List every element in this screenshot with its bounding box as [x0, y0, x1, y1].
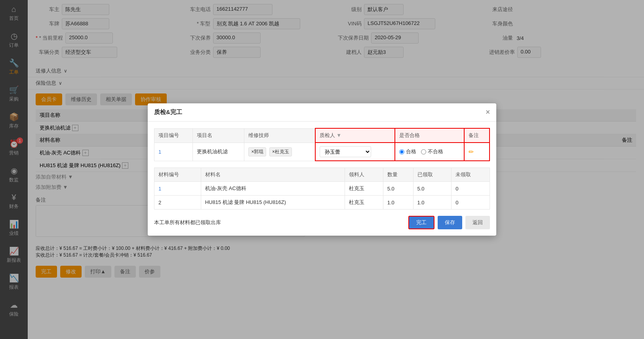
qualified-no-radio[interactable] [421, 149, 426, 154]
mat-receiver-2: 杜克玉 [345, 196, 383, 209]
col-remark: 备注 [464, 128, 490, 143]
modal-title: 质检&完工 [154, 109, 182, 116]
modal-back-button[interactable]: 返回 [465, 216, 490, 229]
project-quality-row: 1 更换机油机滤 × 郭琨 × 杜克玉 [154, 143, 490, 161]
mat-name-1: 机油-灰壳 AC德科 [201, 182, 345, 196]
tech-tag-2: × 杜克玉 [269, 147, 292, 156]
modal-overlay: 质检&完工 × 项目编号 项目名 维修技师 质检人 ▼ 是否合格 备注 [0, 0, 644, 339]
mat-unreceived-1: 0 [452, 182, 490, 196]
col-technician: 维修技师 [244, 128, 315, 143]
mat-col-receiver: 领料人 [345, 168, 383, 182]
project-row-technicians: × 郭琨 × 杜克玉 [244, 143, 315, 161]
modal: 质检&完工 × 项目编号 项目名 维修技师 质检人 ▼ 是否合格 备注 [148, 103, 496, 236]
project-no-link[interactable]: 1 [158, 149, 161, 155]
remark-edit-icon[interactable]: ✏ [469, 149, 474, 155]
col-project-name: 项目名 [192, 128, 244, 143]
modal-footer: 本工单所有材料都已领取出库 完工 保存 返回 [154, 216, 490, 229]
remark-cell: ✏ [464, 143, 490, 161]
qualified-no-label[interactable]: 不合格 [421, 148, 443, 155]
modal-footer-note-text: 本工单所有材料都已领取出库 [154, 219, 221, 226]
mat-no-2: 2 [154, 196, 201, 209]
mat-qty-2: 1.0 [383, 196, 413, 209]
project-row-name-cell: 更换机油机滤 [192, 143, 244, 161]
modal-save-button[interactable]: 保存 [438, 216, 462, 229]
mat-col-qty: 数量 [383, 168, 413, 182]
material-modal-row-1: 1 机油-灰壳 AC德科 杜克玉 5.0 5.0 0 [154, 182, 490, 196]
tech-x-2[interactable]: × [272, 149, 275, 154]
material-modal-table: 材料编号 材料名 领料人 数量 已领取 未领取 1 机油-灰壳 AC德科 杜克玉… [154, 168, 490, 209]
tech-x-1[interactable]: × [251, 149, 254, 154]
mat-col-no: 材料编号 [154, 168, 201, 182]
project-row-no: 1 [154, 143, 193, 161]
tech-tag-1: × 郭琨 [248, 147, 266, 156]
mat-col-unreceived: 未领取 [452, 168, 490, 182]
quality-table: 项目编号 项目名 维修技师 质检人 ▼ 是否合格 备注 1 更换机油机滤 [154, 128, 490, 161]
mat-receiver-1: 杜克玉 [345, 182, 383, 196]
modal-close-button[interactable]: × [486, 108, 490, 116]
col-qualified: 是否合格 [395, 128, 465, 143]
inspector-select[interactable]: 孙玉蕾 [320, 146, 371, 157]
modal-body: 项目编号 项目名 维修技师 质检人 ▼ 是否合格 备注 1 更换机油机滤 [148, 122, 496, 236]
mat-unreceived-2: 0 [452, 196, 490, 209]
mat-col-received: 已领取 [413, 168, 452, 182]
qualified-cell: 合格 不合格 [395, 143, 465, 161]
mat-name-2: HU815 机滤 曼牌 HU815 (HU816Z) [201, 196, 345, 209]
qualified-yes-radio[interactable] [399, 149, 404, 154]
mat-received-2: 1.0 [413, 196, 452, 209]
qualified-no-text: 不合格 [428, 148, 443, 155]
mat-qty-1: 5.0 [383, 182, 413, 196]
qualified-radio-group: 合格 不合格 [399, 148, 460, 155]
qualified-yes-label[interactable]: 合格 [399, 148, 416, 155]
modal-complete-button[interactable]: 完工 [408, 216, 434, 229]
modal-header: 质检&完工 × [148, 103, 496, 122]
mat-received-1: 5.0 [413, 182, 452, 196]
mat-col-name: 材料名 [201, 168, 345, 182]
col-project-no: 项目编号 [154, 128, 193, 143]
col-inspector: 质检人 ▼ [315, 128, 395, 143]
material-modal-row-2: 2 HU815 机滤 曼牌 HU815 (HU816Z) 杜克玉 1.0 1.0… [154, 196, 490, 209]
qualified-yes-text: 合格 [406, 148, 416, 155]
inspector-cell: 孙玉蕾 [315, 143, 395, 161]
mat-no-1[interactable]: 1 [158, 186, 161, 192]
modal-footer-buttons: 完工 保存 返回 [408, 216, 490, 229]
